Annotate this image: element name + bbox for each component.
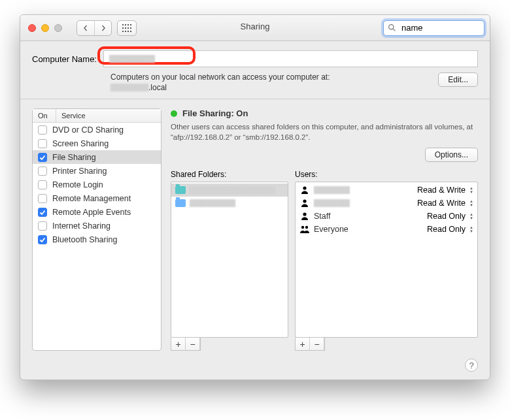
service-description: Other users can access shared folders on… bbox=[171, 122, 478, 142]
help-button[interactable]: ? bbox=[465, 359, 478, 372]
user-icon bbox=[299, 199, 310, 208]
svg-rect-3 bbox=[130, 24, 131, 25]
close-window-button[interactable] bbox=[28, 24, 36, 32]
service-row[interactable]: Remote Login bbox=[33, 178, 161, 191]
service-label: Remote Management bbox=[52, 194, 131, 203]
check-icon bbox=[39, 209, 46, 216]
svg-rect-11 bbox=[130, 31, 131, 32]
chevron-right-icon bbox=[100, 25, 107, 31]
service-label: Bluetooth Sharing bbox=[52, 235, 117, 244]
status-indicator-icon bbox=[171, 110, 177, 117]
service-checkbox[interactable] bbox=[38, 153, 47, 162]
user-row[interactable]: Read & Write▲▼ bbox=[296, 184, 477, 197]
permission-stepper-icon: ▲▼ bbox=[469, 199, 473, 207]
user-permission[interactable]: Read & Write▲▼ bbox=[417, 199, 473, 208]
svg-rect-0 bbox=[122, 24, 124, 25]
service-checkbox[interactable] bbox=[38, 180, 47, 189]
user-row[interactable]: Read & Write▲▼ bbox=[296, 197, 477, 210]
service-row[interactable]: Remote Management bbox=[33, 191, 161, 205]
service-row[interactable]: DVD or CD Sharing bbox=[33, 123, 161, 137]
svg-rect-2 bbox=[128, 24, 129, 25]
search-input[interactable] bbox=[400, 22, 490, 33]
user-row[interactable]: StaffRead Only▲▼ bbox=[296, 210, 477, 223]
computer-name-section: Computer Name: Computers on your local n… bbox=[20, 41, 490, 99]
service-checkbox[interactable] bbox=[38, 221, 47, 231]
grid-icon bbox=[122, 24, 131, 32]
chevron-left-icon bbox=[82, 25, 89, 31]
service-label: Internet Sharing bbox=[52, 221, 110, 231]
service-checkbox[interactable] bbox=[38, 208, 47, 217]
service-row[interactable]: Printer Sharing bbox=[33, 164, 161, 178]
shared-folder-row[interactable] bbox=[171, 184, 288, 197]
service-checkbox[interactable] bbox=[38, 167, 47, 176]
service-label: Screen Sharing bbox=[52, 139, 109, 148]
hostname-suffix: .local bbox=[148, 83, 167, 92]
svg-point-17 bbox=[301, 226, 304, 229]
main-body: On Service DVD or CD SharingScreen Shari… bbox=[20, 99, 490, 359]
service-checkbox[interactable] bbox=[38, 235, 47, 244]
user-row[interactable]: EveryoneRead Only▲▼ bbox=[296, 223, 477, 236]
user-permission[interactable]: Read & Write▲▼ bbox=[417, 186, 473, 195]
services-header-on: On bbox=[33, 109, 56, 122]
zoom-window-button[interactable] bbox=[54, 24, 62, 32]
user-name bbox=[314, 186, 350, 194]
sharing-prefpane-window: Sharing ✕ Computer Name: Computers on yo… bbox=[20, 14, 490, 380]
add-user-button[interactable]: + bbox=[296, 338, 310, 350]
service-row[interactable]: Remote Apple Events bbox=[33, 205, 161, 219]
computer-name-field[interactable] bbox=[103, 50, 478, 67]
back-button[interactable] bbox=[77, 21, 94, 35]
shared-folder-row[interactable] bbox=[171, 197, 288, 210]
services-list: On Service DVD or CD SharingScreen Shari… bbox=[32, 108, 162, 351]
svg-rect-1 bbox=[125, 24, 126, 25]
check-icon bbox=[39, 236, 46, 243]
permission-stepper-icon: ▲▼ bbox=[469, 212, 473, 220]
shared-folders-list bbox=[171, 182, 288, 338]
service-row[interactable]: Screen Sharing bbox=[33, 137, 161, 150]
svg-point-16 bbox=[303, 212, 306, 216]
service-checkbox[interactable] bbox=[38, 194, 47, 203]
svg-rect-8 bbox=[122, 31, 124, 32]
shared-folders-tools: + − bbox=[171, 338, 201, 351]
service-row[interactable]: Bluetooth Sharing bbox=[33, 233, 161, 246]
remove-user-button[interactable]: − bbox=[310, 338, 324, 350]
service-detail-pane: File Sharing: On Other users can access … bbox=[171, 108, 478, 351]
shared-folders-label: Shared Folders: bbox=[171, 170, 288, 179]
permission-label: Read Only bbox=[427, 212, 466, 221]
user-permission[interactable]: Read Only▲▼ bbox=[427, 225, 473, 234]
network-access-info: Computers on your local network can acce… bbox=[110, 73, 330, 82]
svg-point-18 bbox=[305, 226, 308, 229]
permission-label: Read & Write bbox=[417, 186, 466, 195]
svg-rect-6 bbox=[128, 27, 129, 29]
add-folder-button[interactable]: + bbox=[171, 338, 186, 350]
users-list: Read & Write▲▼Read & Write▲▼StaffRead On… bbox=[295, 182, 478, 338]
search-icon bbox=[388, 24, 396, 32]
service-row[interactable]: Internet Sharing bbox=[33, 219, 161, 233]
show-all-prefs-button[interactable] bbox=[117, 20, 137, 36]
minimize-window-button[interactable] bbox=[41, 24, 49, 32]
titlebar: Sharing ✕ bbox=[20, 15, 490, 41]
user-permission[interactable]: Read Only▲▼ bbox=[427, 212, 473, 221]
user-name: Staff bbox=[314, 212, 330, 221]
forward-button[interactable] bbox=[94, 21, 111, 35]
users-label: Users: bbox=[295, 170, 478, 179]
svg-line-13 bbox=[393, 29, 395, 31]
permission-label: Read Only bbox=[427, 225, 466, 234]
remove-folder-button[interactable]: − bbox=[186, 338, 200, 350]
user-icon bbox=[299, 186, 310, 195]
service-checkbox[interactable] bbox=[38, 125, 47, 135]
svg-point-14 bbox=[303, 186, 306, 189]
help-icon: ? bbox=[469, 361, 473, 370]
svg-rect-5 bbox=[125, 27, 126, 29]
edit-hostname-button[interactable]: Edit... bbox=[438, 73, 478, 87]
options-button[interactable]: Options... bbox=[425, 148, 478, 162]
svg-point-12 bbox=[389, 25, 394, 29]
computer-name-label: Computer Name: bbox=[32, 54, 97, 64]
shared-folder-name bbox=[190, 186, 275, 194]
folder-icon bbox=[175, 199, 186, 208]
service-row[interactable]: File Sharing bbox=[33, 150, 161, 164]
svg-rect-9 bbox=[125, 31, 126, 32]
status-title: File Sharing: On bbox=[182, 108, 248, 118]
service-label: Remote Login bbox=[52, 180, 103, 189]
svg-rect-10 bbox=[128, 31, 129, 32]
service-checkbox[interactable] bbox=[38, 139, 47, 148]
